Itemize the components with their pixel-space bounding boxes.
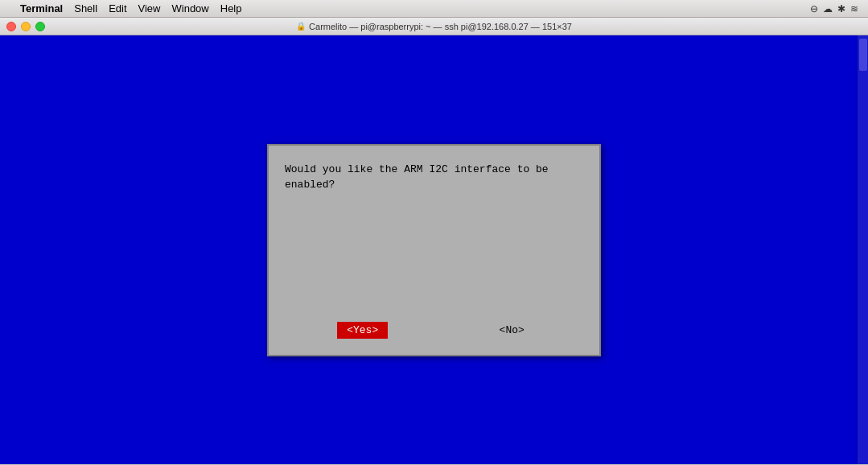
dialog-message: Would you like the ARM I2C interface to …: [285, 162, 583, 193]
window-titlebar: 🔒 Carmelito — pi@raspberrypi: ~ — ssh pi…: [0, 18, 868, 35]
macos-menubar: Terminal Shell Edit View Window Help ⊖ ☁…: [0, 0, 868, 18]
apple-menu[interactable]: [3, 0, 14, 18]
window-title: 🔒 Carmelito — pi@raspberrypi: ~ — ssh pi…: [296, 22, 572, 31]
menu-shell[interactable]: Shell: [68, 0, 103, 18]
menu-edit[interactable]: Edit: [103, 0, 132, 18]
no-button[interactable]: <No>: [493, 322, 531, 339]
menu-terminal[interactable]: Terminal: [14, 0, 68, 18]
battery-icon: ⊖: [810, 3, 818, 14]
window-title-text: Carmelito — pi@raspberrypi: ~ — ssh pi@1…: [309, 22, 572, 31]
wifi-icon: ≋: [850, 3, 858, 14]
close-button[interactable]: [6, 22, 16, 31]
scrollbar-thumb[interactable]: [859, 39, 867, 71]
yes-button[interactable]: <Yes>: [337, 322, 388, 339]
bluetooth-icon: ✱: [837, 3, 845, 14]
icloud-icon: ☁: [823, 3, 833, 14]
window-controls: [0, 22, 51, 31]
minimize-button[interactable]: [21, 22, 31, 31]
lock-icon: 🔒: [296, 22, 306, 31]
menu-help[interactable]: Help: [215, 0, 248, 18]
scrollbar[interactable]: [857, 35, 868, 464]
maximize-button[interactable]: [35, 22, 45, 31]
terminal-content: Would you like the ARM I2C interface to …: [0, 35, 868, 464]
menu-view[interactable]: View: [133, 0, 167, 18]
dialog-box: Would you like the ARM I2C interface to …: [267, 144, 601, 356]
dialog-buttons: <Yes> <No>: [285, 322, 583, 339]
menu-window[interactable]: Window: [167, 0, 215, 18]
menubar-right-icons: ⊖ ☁ ✱ ≋: [810, 3, 865, 14]
